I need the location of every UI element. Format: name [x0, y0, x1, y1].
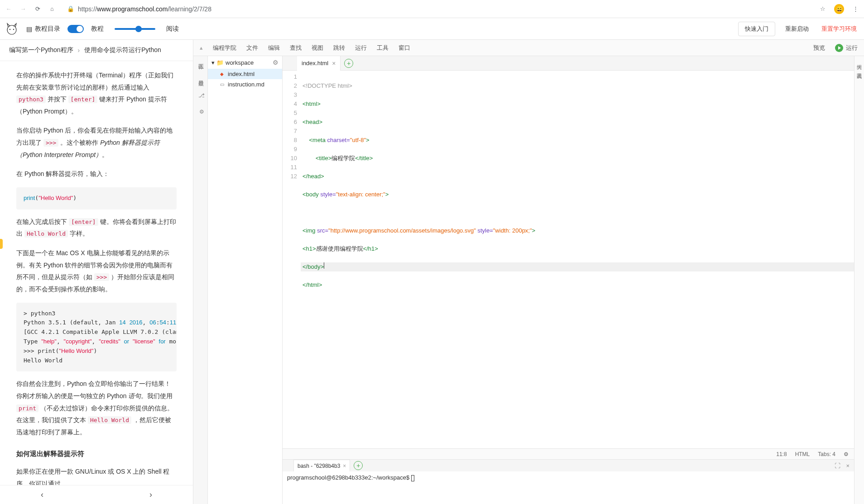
caret-icon: ▾ — [211, 59, 215, 66]
run-button[interactable]: 运行 — [835, 44, 858, 52]
tab-size[interactable]: Tabs: 4 — [818, 451, 835, 457]
file-item[interactable]: ▭ instruction.md — [208, 79, 282, 90]
collapse-icon[interactable]: ▴ — [200, 44, 203, 51]
back-icon[interactable]: ← — [5, 5, 13, 13]
code-sample-1: print("Hello World") — [16, 187, 177, 209]
section-heading: 如何退出解释器提示符 — [16, 447, 177, 461]
svg-point-2 — [13, 29, 14, 29]
file-item[interactable]: ◆ index.html — [208, 69, 282, 79]
close-icon[interactable]: × — [343, 463, 346, 469]
toc-button[interactable]: ▤ 教程目录 — [26, 25, 60, 33]
lesson-pane: 编写第一个Python程序 › 使用命令提示符运行Python 在你的操作系统中… — [0, 40, 193, 504]
book-icon: ▤ — [26, 25, 32, 33]
crumb-1[interactable]: 编写第一个Python程序 — [9, 46, 73, 54]
restart-button[interactable]: 重新启动 — [782, 25, 811, 33]
preview-button[interactable]: 预览 — [813, 44, 825, 52]
notes-tab-icon[interactable] — [0, 239, 3, 249]
menu-item[interactable]: 视图 — [312, 44, 323, 52]
star-icon[interactable]: ☆ — [819, 5, 827, 13]
code-editor[interactable]: 123456789101112 <!DOCTYPE html> <html> <… — [283, 71, 854, 448]
commands-icon[interactable]: ⎇ — [197, 92, 205, 100]
menu-item[interactable]: 编辑 — [268, 44, 280, 52]
editor-status-bar: 11:8 HTML Tabs: 4 ⚙ — [283, 448, 854, 459]
svg-point-1 — [10, 29, 10, 29]
menu-item[interactable]: 文件 — [246, 44, 258, 52]
menu-item[interactable]: 运行 — [355, 44, 367, 52]
home-icon[interactable]: ⌂ — [48, 5, 56, 13]
settings-gear-icon[interactable]: ⚙ — [844, 451, 849, 457]
activity-bar: 区作工 器航导 ⎇ ⚙ — [193, 56, 208, 504]
file-explorer: ▾ 📁 workspace ⚙ ◆ index.html ▭ instructi… — [208, 56, 283, 504]
play-icon — [835, 44, 843, 52]
lock-icon: 🔒 — [67, 5, 74, 12]
logo-icon — [5, 22, 19, 36]
expand-icon[interactable]: ⛶ — [835, 462, 840, 469]
menu-item[interactable]: 编程学院 — [213, 44, 236, 52]
settings-icon[interactable]: ⚙ — [197, 109, 205, 117]
ide-menubar: ▴ 编程学院 文件 编辑 查找 视图 跳转 运行 工具 窗口 预览 运行 — [193, 40, 864, 56]
menu-icon[interactable]: ⋮ — [851, 5, 859, 13]
right-rail: 大纲 调试工具 — [854, 56, 864, 504]
crumb-2[interactable]: 使用命令提示符运行Python — [84, 46, 161, 54]
add-tab-button[interactable]: + — [344, 59, 353, 68]
forward-icon[interactable]: → — [19, 5, 27, 13]
terminal-tab[interactable]: bash - "6298b4b3 × — [293, 460, 350, 471]
code-sample-2: > python3 Python 3.5.1 (default, Jan 14 … — [16, 303, 177, 372]
language-mode[interactable]: HTML — [795, 451, 810, 457]
gear-icon[interactable]: ⚙ — [273, 59, 278, 66]
lesson-nav: ‹ › — [0, 485, 193, 504]
breadcrumb: 编写第一个Python程序 › 使用命令提示符运行Python — [0, 40, 193, 61]
menu-item[interactable]: 窗口 — [398, 44, 410, 52]
navigator-icon[interactable]: 器航导 — [197, 76, 205, 84]
editor-tab[interactable]: index.html × — [297, 56, 341, 71]
menu-item[interactable]: 查找 — [290, 44, 302, 52]
svg-point-0 — [7, 25, 16, 34]
progress-slider[interactable] — [115, 28, 155, 30]
read-label: 阅读 — [166, 25, 179, 33]
editor-tabs: index.html × + — [283, 56, 854, 71]
close-icon[interactable]: × — [332, 60, 336, 67]
prev-lesson-button[interactable]: ‹ — [41, 490, 43, 499]
reset-button[interactable]: 重置学习环境 — [819, 25, 859, 33]
menu-item[interactable]: 跳转 — [333, 44, 345, 52]
add-terminal-button[interactable]: + — [354, 461, 363, 470]
folder-icon: 📁 — [216, 59, 224, 66]
mode-label: 教程 — [91, 25, 104, 33]
mode-toggle[interactable] — [67, 25, 84, 33]
menu-item[interactable]: 工具 — [377, 44, 389, 52]
terminal[interactable]: programschool@6298b4b333e2:~/workspace$ — [283, 471, 854, 504]
profile-avatar[interactable]: 😄 — [834, 4, 844, 14]
md-file-icon: ▭ — [219, 81, 225, 88]
reload-icon[interactable]: ⟳ — [34, 5, 42, 13]
app-bar: ▤ 教程目录 教程 阅读 快速入门 重新启动 重置学习环境 — [0, 18, 864, 40]
cursor-position[interactable]: 11:8 — [776, 451, 787, 457]
folder-row[interactable]: ▾ 📁 workspace ⚙ — [208, 56, 282, 69]
ide-pane: ▴ 编程学院 文件 编辑 查找 视图 跳转 运行 工具 窗口 预览 运行 区作工… — [193, 40, 864, 504]
address-bar[interactable]: 🔒 https://www.programschool.com/learning… — [62, 5, 812, 13]
terminal-panel: bash - "6298b4b3 × + ⛶ × programschool@6… — [283, 459, 854, 504]
html-file-icon: ◆ — [219, 71, 225, 77]
browser-chrome: ← → ⟳ ⌂ 🔒 https://www.programschool.com/… — [0, 0, 864, 18]
chevron-icon: › — [78, 47, 80, 54]
lesson-content: 在你的操作系统中打开终端（Terminal）程序（正如我们先前在安装章节所讨论过… — [0, 61, 193, 485]
close-panel-icon[interactable]: × — [846, 462, 850, 469]
workspace-icon[interactable]: 区作工 — [197, 60, 205, 68]
line-numbers: 123456789101112 — [283, 71, 301, 448]
next-lesson-button[interactable]: › — [149, 490, 152, 499]
quickstart-button[interactable]: 快速入门 — [738, 22, 775, 36]
